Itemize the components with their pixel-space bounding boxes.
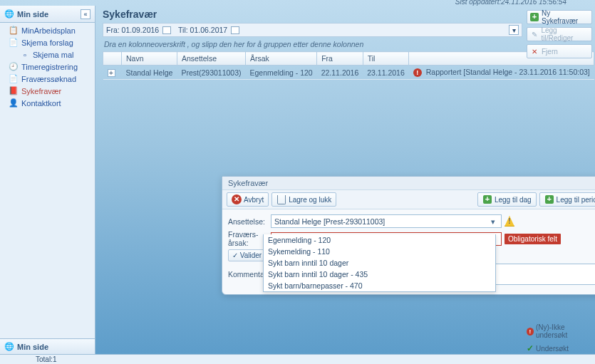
table-row[interactable]: + Standal Helge Prest(293011003) Egenmel…: [103, 66, 594, 80]
column-header[interactable]: Navn: [122, 52, 177, 66]
ansettelse-label: Ansettelse:: [228, 217, 271, 226]
column-header[interactable]: Fra: [317, 52, 363, 66]
cell-fra: 22.11.2016: [317, 66, 363, 80]
filter-bar: Fra: 01.09.2016 Til: 01.06.2017 ▾: [103, 23, 522, 37]
footer-total: Total:1: [0, 354, 595, 364]
sidebar-item[interactable]: 📕Sykefravær: [0, 85, 95, 97]
close-icon: ✕: [232, 194, 242, 204]
chevron-down-icon[interactable]: ▾: [488, 217, 498, 226]
sidebar-item-label: MinArbeidsplan: [21, 26, 76, 35]
sidebar-item[interactable]: 🕘Timeregistrering: [0, 61, 95, 73]
sidebar-item-label: Fraværssøknad: [21, 75, 76, 83]
from-label: Fra:: [106, 26, 120, 34]
sidebar-item[interactable]: 📄Skjema forslag: [0, 36, 95, 48]
column-header[interactable]: Ansettelse: [177, 52, 245, 66]
plus-icon: +: [545, 195, 554, 204]
plus-icon: +: [530, 13, 539, 21]
cell-aarsak: Egenmelding - 120: [246, 66, 317, 80]
plus-icon: +: [483, 195, 492, 204]
row-expander[interactable]: +: [108, 69, 115, 77]
required-badge: Obligatorisk felt: [505, 234, 561, 244]
page-title: Sykefravær: [103, 9, 522, 20]
data-grid: NavnAnsettelseÅrsakFraTil + Standal Helg…: [103, 51, 594, 80]
aarsak-dropdown-list: Egenmelding - 120Sykemelding - 110Sykt b…: [263, 234, 496, 292]
column-header[interactable]: [103, 52, 122, 66]
cell-til: 23.11.2016: [363, 66, 409, 80]
globe-icon: 🌐: [4, 342, 14, 351]
sidebar-header: 🌐 Min side «: [0, 6, 95, 23]
configure-button[interactable]: ▾: [509, 25, 519, 35]
sidebar-title: Min side: [17, 10, 48, 19]
ansettelse-select[interactable]: Standal Helge [Prest-293011003] ▾: [271, 214, 502, 228]
group-hint: Dra en kolonneoverskrift , og slipp den …: [103, 37, 522, 51]
from-value: 01.09.2016: [122, 26, 160, 34]
remove-button[interactable]: ✕ Fjern: [527, 44, 592, 58]
new-button[interactable]: + Ny Sykefravær: [527, 10, 592, 24]
sidebar-footer[interactable]: 🌐 Min side: [0, 338, 95, 354]
nav-icon: 📋: [9, 26, 19, 35]
cell-navn: Standal Helge: [122, 66, 177, 80]
dropdown-option[interactable]: Sykt barn/barnepasser - 470: [264, 280, 495, 291]
cancel-button[interactable]: ✕ Avbryt: [227, 192, 269, 207]
add-day-button[interactable]: + Legg til dag: [477, 192, 537, 207]
nav-icon: 📄: [9, 38, 19, 47]
error-icon: !: [413, 68, 422, 77]
legend-examined: ✓ Undersøkt: [527, 343, 592, 354]
sidebar-item[interactable]: 👤Kontaktkort: [0, 97, 95, 109]
edit-button[interactable]: ✎ Legg til/Rediger: [527, 27, 592, 41]
sidebar: 🌐 Min side « 📋MinArbeidsplan📄Skjema fors…: [0, 6, 95, 354]
dropdown-option[interactable]: Sykt barn inntil 10 dager - 435: [264, 269, 495, 280]
sidebar-item[interactable]: 📋MinArbeidsplan: [0, 24, 95, 36]
dropdown-option[interactable]: Egenmelding - 120: [264, 234, 495, 246]
calendar-icon[interactable]: [231, 26, 239, 34]
sidebar-item[interactable]: ▫Skjema mal: [0, 48, 95, 61]
pencil-icon: ✎: [530, 30, 538, 38]
column-header[interactable]: Årsak: [246, 52, 317, 66]
dropdown-option[interactable]: Sykemelding - 110: [264, 246, 495, 257]
sidebar-item[interactable]: 📄Fraværssøknad: [0, 73, 95, 85]
to-value: 01.06.2017: [190, 26, 228, 34]
globe-icon: 🌐: [4, 9, 14, 19]
nav-icon: 📕: [9, 86, 19, 95]
sidebar-collapse-button[interactable]: «: [81, 9, 90, 19]
nav-icon: ▫: [20, 50, 30, 59]
to-label: Til:: [178, 26, 188, 34]
sidebar-footer-label: Min side: [17, 343, 48, 351]
save-close-button[interactable]: Lagre og lukk: [271, 192, 336, 207]
sidebar-item-label: Kontaktkort: [21, 99, 61, 108]
sidebar-item-label: Sykefravær: [21, 87, 61, 95]
dialog-title: Sykefravær: [222, 177, 595, 190]
dropdown-option[interactable]: Sykt barn inntil 10 dager: [264, 257, 495, 269]
sidebar-item-label: Skjema mal: [33, 51, 73, 59]
last-updated: Sist oppdatert:24.11.2016 15:56:54: [455, 0, 566, 5]
sidebar-item-label: Skjema forslag: [21, 38, 73, 47]
error-icon: !: [527, 328, 534, 336]
nav-icon: 📄: [9, 74, 19, 83]
cell-ansettelse: Prest(293011003): [177, 66, 245, 80]
x-icon: ✕: [530, 47, 539, 56]
save-icon: [277, 195, 286, 204]
add-period-button[interactable]: + Legg til periode: [539, 192, 595, 207]
warning-icon: !: [505, 216, 514, 227]
sidebar-item-label: Timeregistrering: [21, 63, 78, 71]
calendar-icon[interactable]: [162, 26, 171, 34]
check-icon: ✓: [527, 343, 534, 353]
nav-icon: 👤: [9, 98, 19, 108]
nav-icon: 🕘: [9, 62, 19, 71]
legend-not-examined: ! (Ny)-Ikke undersøkt: [527, 323, 592, 340]
column-header[interactable]: Til: [363, 52, 409, 66]
